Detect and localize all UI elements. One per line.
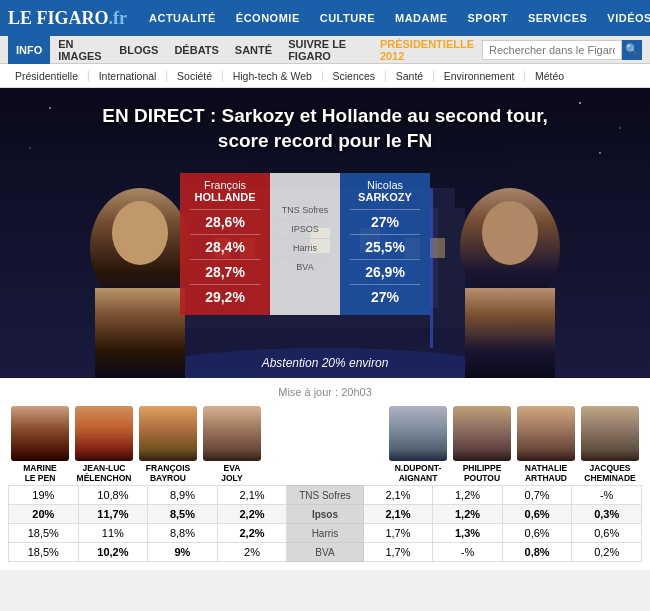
nav-info[interactable]: INFO — [8, 36, 50, 64]
hollande-values: 28,6% 28,4% 28,7% 29,2% — [190, 209, 260, 309]
cat-presidentielle[interactable]: Présidentielle — [8, 64, 85, 88]
category-navigation: Présidentielle | International | Société… — [0, 64, 650, 88]
arthaud-photo — [517, 406, 575, 461]
score-cell: 1,7% — [363, 524, 433, 543]
score-cell: 10,8% — [78, 486, 148, 505]
score-cell: -% — [433, 543, 503, 562]
sarkozy-score-3: 27% — [350, 284, 420, 309]
svg-point-30 — [482, 201, 538, 265]
sarkozy-score-0: 27% — [350, 209, 420, 234]
melenchon-col: Jean-LucMÉLENCHON — [73, 406, 135, 483]
nav-blogs[interactable]: BLOGS — [111, 36, 166, 64]
score-cell: 8,9% — [148, 486, 218, 505]
nav-divider: | — [384, 70, 387, 81]
cat-societe[interactable]: Société — [170, 64, 219, 88]
hollande-firstname: François — [190, 179, 260, 191]
sarkozy-score-2: 26,9% — [350, 259, 420, 284]
score-cell: 9% — [148, 543, 218, 562]
second-navigation: INFO EN IMAGES BLOGS DÉBATS SANTÉ SUIVRE… — [0, 36, 650, 64]
nav-madame[interactable]: MADAME — [385, 0, 458, 36]
table-row: 20% 11,7% 8,5% 2,2% Ipsos 2,1% 1,2% 0,6%… — [9, 505, 642, 524]
nav-sante[interactable]: SANTÉ — [227, 36, 280, 64]
score-cell: 2% — [217, 543, 287, 562]
hero-title-line1: EN DIRECT : Sarkozy et Hollande au secon… — [20, 104, 630, 129]
score-cell: 0,7% — [502, 486, 572, 505]
table-row: 18,5% 10,2% 9% 2% BVA 1,7% -% 0,8% 0,2% — [9, 543, 642, 562]
marine-photo — [11, 406, 69, 461]
nav-divider: | — [221, 70, 224, 81]
logo-fr: .fr — [109, 8, 127, 28]
search-box: 🔍 — [482, 40, 642, 60]
cat-sante[interactable]: Santé — [389, 64, 430, 88]
score-cell: 1,3% — [433, 524, 503, 543]
hollande-score-0: 28,6% — [190, 209, 260, 234]
candidates-photos-row: MarineLE PEN Jean-LucMÉLENCHON FrançoisB… — [8, 406, 642, 483]
update-time: Mise à jour : 20h03 — [8, 386, 642, 398]
marine-lepen-col: MarineLE PEN — [9, 406, 71, 483]
inst-2: Harris — [278, 238, 332, 257]
score-cell: 2,2% — [217, 524, 287, 543]
institute-spacer — [291, 481, 359, 483]
score-cell: -% — [572, 486, 642, 505]
nav-en-images[interactable]: EN IMAGES — [50, 36, 111, 64]
abstention-text: Abstention 20% environ — [0, 356, 650, 370]
cat-sciences[interactable]: Sciences — [326, 64, 383, 88]
score-cell: 8,8% — [148, 524, 218, 543]
institute-cell: TNS Sofres — [287, 486, 363, 505]
eva-joly-col: EvaJOLY — [201, 406, 263, 483]
nav-suivre[interactable]: SUIVRE LE FIGARO — [280, 36, 372, 64]
search-button[interactable]: 🔍 — [622, 40, 642, 60]
score-cell: 1,2% — [433, 486, 503, 505]
institutes-list: TNS Sofres IPSOS Harris BVA — [270, 173, 340, 315]
poutou-photo — [453, 406, 511, 461]
sarkozy-lastname: SARKOZY — [350, 191, 420, 203]
cat-hightech[interactable]: High-tech & Web — [226, 64, 319, 88]
logo-text: LE FIGARO — [8, 8, 109, 28]
cat-international[interactable]: International — [92, 64, 164, 88]
poutou-col: PhilippePOUTOU — [451, 406, 513, 483]
bayrou-col: FrançoisBAYROU — [137, 406, 199, 483]
table-row: 18,5% 11% 8,8% 2,2% Harris 1,7% 1,3% 0,6… — [9, 524, 642, 543]
svg-point-27 — [112, 201, 168, 265]
top-navigation: LE FIGARO.fr ACTUALITÉ ÉCONOMIE CULTURE … — [0, 0, 650, 36]
cat-meteo[interactable]: Météo — [528, 64, 571, 88]
eva-photo — [203, 406, 261, 461]
dupont-photo — [389, 406, 447, 461]
bottom-section: Mise à jour : 20h03 MarineLE PEN Jean-Lu… — [0, 378, 650, 570]
nav-culture[interactable]: CULTURE — [310, 0, 385, 36]
cheminade-col: JacquesCHEMINADE — [579, 406, 641, 483]
nav-divider: | — [321, 70, 324, 81]
score-cell: 2,1% — [363, 486, 433, 505]
scores-table: François HOLLANDE 28,6% 28,4% 28,7% 29,2… — [180, 173, 470, 315]
hollande-score-1: 28,4% — [190, 234, 260, 259]
melenchon-photo — [75, 406, 133, 461]
hero-section: EN DIRECT : Sarkozy et Hollande au secon… — [0, 88, 650, 378]
score-cell: 1,2% — [433, 505, 503, 524]
bayrou-photo — [139, 406, 197, 461]
cat-env[interactable]: Environnement — [437, 64, 522, 88]
score-cell: 8,5% — [148, 505, 218, 524]
nav-sport[interactable]: SPORT — [457, 0, 517, 36]
hollande-lastname: HOLLANDE — [190, 191, 260, 203]
cheminade-photo — [581, 406, 639, 461]
nav-presidentielle[interactable]: PRÉSIDENTIELLE 2012 — [372, 36, 482, 64]
score-cell: 18,5% — [9, 524, 79, 543]
score-cell: 11,7% — [78, 505, 148, 524]
sarkozy-values: 27% 25,5% 26,9% 27% — [350, 209, 420, 309]
hollande-score-2: 28,7% — [190, 259, 260, 284]
nav-actualite[interactable]: ACTUALITÉ — [139, 0, 226, 36]
nav-debats[interactable]: DÉBATS — [166, 36, 226, 64]
sarkozy-scores: Nicolas SARKOZY 27% 25,5% 26,9% 27% — [340, 173, 430, 315]
score-cell: 11% — [78, 524, 148, 543]
institute-cell: BVA — [287, 543, 363, 562]
inst-3: BVA — [278, 257, 332, 276]
score-cell: 0,8% — [502, 543, 572, 562]
site-logo[interactable]: LE FIGARO.fr — [8, 8, 127, 29]
nav-services[interactable]: SERVICES — [518, 0, 597, 36]
search-input[interactable] — [482, 40, 622, 60]
nav-videos[interactable]: VIDÉOS — [597, 0, 650, 36]
institute-cell: Harris — [287, 524, 363, 543]
score-cell: 2,1% — [363, 505, 433, 524]
nav-economie[interactable]: ÉCONOMIE — [226, 0, 310, 36]
inst-1: IPSOS — [278, 219, 332, 238]
